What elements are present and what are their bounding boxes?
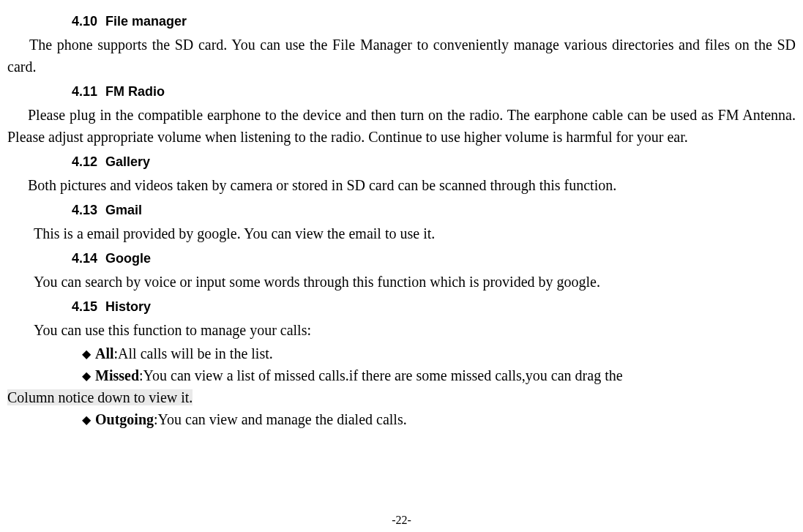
diamond-icon: ◆ — [82, 413, 91, 426]
highlighted-text: Column notice down to view it. — [7, 389, 193, 405]
heading-4-10: 4.10File manager — [72, 12, 796, 31]
diamond-icon: ◆ — [82, 370, 91, 382]
bullet-text-part1: :You can view a list of missed calls.if … — [139, 367, 623, 383]
body-4-11: Please plug in the compatible earphone t… — [7, 104, 796, 148]
heading-4-11: 4.11FM Radio — [72, 82, 796, 102]
bullet-label: All — [95, 345, 114, 361]
body-4-12: Both pictures and videos taken by camera… — [7, 174, 796, 196]
diamond-icon: ◆ — [82, 348, 91, 360]
heading-4-14: 4.14Google — [72, 249, 796, 269]
page-number: -22- — [0, 512, 803, 529]
body-4-15: You can use this function to manage your… — [7, 319, 796, 341]
bullet-label: Missed — [95, 367, 139, 383]
heading-title: History — [105, 299, 151, 314]
bullet-missed-cont: Column notice down to view it. — [7, 386, 796, 408]
document-page: 4.10File manager The phone supports the … — [7, 12, 796, 532]
heading-title: FM Radio — [105, 84, 165, 99]
heading-title: File manager — [105, 14, 187, 29]
heading-title: Gallery — [105, 154, 150, 169]
body-4-10: The phone supports the SD card. You can … — [7, 34, 796, 78]
heading-number: 4.14 — [72, 249, 105, 269]
heading-number: 4.15 — [72, 297, 105, 317]
heading-4-12: 4.12Gallery — [72, 152, 796, 172]
body-4-14: You can search by voice or input some wo… — [7, 271, 796, 293]
heading-number: 4.13 — [72, 201, 105, 220]
heading-number: 4.12 — [72, 152, 105, 172]
heading-4-15: 4.15History — [72, 297, 796, 317]
body-4-13: This is a email provided by google. You … — [7, 222, 796, 244]
heading-number: 4.11 — [72, 82, 105, 102]
heading-number: 4.10 — [72, 12, 105, 31]
bullet-outgoing: ◆Outgoing:You can view and manage the di… — [82, 408, 796, 430]
bullet-all: ◆All:All calls will be in the list. — [82, 342, 796, 364]
heading-4-13: 4.13Gmail — [72, 201, 796, 220]
bullet-text: :All calls will be in the list. — [114, 345, 273, 361]
heading-title: Gmail — [105, 203, 142, 217]
bullet-label: Outgoing — [95, 411, 154, 427]
bullet-text: :You can view and manage the dialed call… — [154, 411, 407, 427]
heading-title: Google — [105, 251, 151, 266]
bullet-missed: ◆Missed:You can view a list of missed ca… — [82, 364, 796, 386]
